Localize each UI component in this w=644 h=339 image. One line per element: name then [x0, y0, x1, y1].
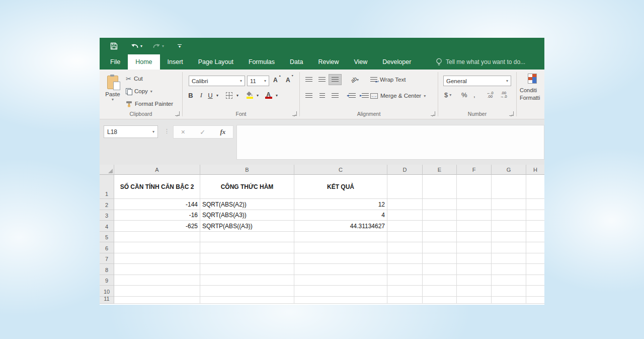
- cell-F6[interactable]: [457, 242, 492, 253]
- decrease-font-size-button[interactable]: A▾: [286, 75, 290, 86]
- underline-dropdown-caret[interactable]: ▾: [215, 90, 220, 101]
- row-header-11[interactable]: 11: [100, 297, 114, 304]
- cell-H8[interactable]: [526, 264, 544, 275]
- row-header-6[interactable]: 6: [100, 242, 114, 253]
- cell-D8[interactable]: [387, 264, 423, 275]
- cell-A10[interactable]: [114, 286, 200, 297]
- merge-center-button[interactable]: →← Merge & Center ▾: [370, 91, 426, 101]
- cell-G2[interactable]: [492, 199, 526, 210]
- cell-D7[interactable]: [387, 253, 423, 264]
- cell-B2[interactable]: SQRT(ABS(A2)): [200, 199, 294, 210]
- cell-E8[interactable]: [423, 264, 457, 275]
- save-button[interactable]: [110, 40, 118, 52]
- enter-button[interactable]: ✓: [200, 128, 205, 136]
- row-header-7[interactable]: 7: [100, 253, 114, 264]
- paste-button[interactable]: Paste ▾: [103, 75, 122, 109]
- font-size-combo[interactable]: 11 ▾: [247, 76, 269, 86]
- row-header-4[interactable]: 4: [100, 221, 114, 232]
- select-all-corner[interactable]: [100, 165, 114, 175]
- tab-file[interactable]: File: [103, 54, 128, 70]
- undo-button[interactable]: ▾: [131, 40, 142, 52]
- accounting-format-button[interactable]: $ ▾: [444, 90, 451, 100]
- increase-indent-button[interactable]: ▸: [359, 91, 371, 101]
- name-box[interactable]: L18 ▾: [104, 125, 158, 138]
- cell-C1[interactable]: KẾT QUẢ: [294, 175, 387, 199]
- cell-B3[interactable]: SQRT(ABS(A3)): [200, 210, 294, 221]
- formula-input[interactable]: [236, 125, 544, 160]
- cell-H6[interactable]: [526, 242, 544, 253]
- cell-F11[interactable]: [457, 297, 492, 304]
- cell-B4[interactable]: SQRTP(ABS((A3)): [200, 221, 294, 232]
- name-box-caret[interactable]: ▾: [152, 129, 154, 134]
- cell-C8[interactable]: [294, 264, 387, 275]
- number-dialog-launcher-icon[interactable]: [509, 111, 514, 116]
- borders-dropdown-caret[interactable]: ▾: [235, 90, 240, 101]
- cell-E5[interactable]: [423, 232, 457, 242]
- cell-E4[interactable]: [423, 221, 457, 232]
- redo-button[interactable]: ▾: [152, 40, 164, 52]
- cell-H4[interactable]: [526, 221, 544, 232]
- italic-button[interactable]: I: [198, 90, 205, 101]
- decrease-decimal-button[interactable]: .00 →.0: [500, 90, 507, 100]
- cell-C6[interactable]: [294, 242, 387, 253]
- fill-color-button[interactable]: [245, 90, 254, 101]
- font-color-dropdown-caret[interactable]: ▾: [274, 90, 279, 101]
- undo-dropdown-caret[interactable]: ▾: [140, 44, 142, 48]
- cell-D5[interactable]: [387, 232, 423, 242]
- cell-E7[interactable]: [423, 253, 457, 264]
- cell-D3[interactable]: [387, 210, 423, 221]
- row-header-2[interactable]: 2: [100, 199, 114, 210]
- cell-C3[interactable]: 4: [294, 210, 387, 221]
- cell-G1[interactable]: [492, 175, 526, 199]
- cell-C5[interactable]: [294, 232, 387, 242]
- cell-D10[interactable]: [387, 286, 423, 297]
- row-header-1[interactable]: 1: [100, 175, 114, 199]
- cell-G7[interactable]: [492, 253, 526, 264]
- cell-G3[interactable]: [492, 210, 526, 221]
- cell-B8[interactable]: [200, 264, 294, 275]
- cell-A8[interactable]: [114, 264, 200, 275]
- cell-F3[interactable]: [457, 210, 492, 221]
- tab-view[interactable]: View: [346, 54, 375, 70]
- cell-B5[interactable]: [200, 232, 294, 242]
- cell-C9[interactable]: [294, 275, 387, 286]
- row-header-10[interactable]: 10: [100, 286, 114, 297]
- top-align-button[interactable]: [303, 75, 315, 85]
- increase-decimal-button[interactable]: ←.0 .00: [487, 90, 494, 100]
- align-center-button[interactable]: [316, 91, 328, 101]
- cell-H1[interactable]: [526, 175, 544, 199]
- number-format-combo[interactable]: General ▾: [443, 76, 511, 86]
- cell-A11[interactable]: [114, 297, 200, 304]
- cell-H5[interactable]: [526, 232, 544, 242]
- bold-button[interactable]: B: [187, 90, 195, 101]
- format-painter-button[interactable]: Format Painter: [126, 99, 173, 109]
- wrap-text-button[interactable]: ↩ Wrap Text: [370, 75, 406, 85]
- cell-E2[interactable]: [423, 199, 457, 210]
- paste-dropdown-caret[interactable]: ▾: [112, 97, 114, 102]
- cell-F1[interactable]: [457, 175, 492, 199]
- tab-review[interactable]: Review: [310, 54, 346, 70]
- cell-D6[interactable]: [387, 242, 423, 253]
- cell-H9[interactable]: [526, 275, 544, 286]
- cell-E1[interactable]: [423, 175, 457, 199]
- column-header-B[interactable]: B: [200, 165, 294, 175]
- cell-E11[interactable]: [423, 297, 457, 304]
- cell-C2[interactable]: 12: [294, 199, 387, 210]
- underline-button[interactable]: U: [207, 90, 214, 101]
- cell-H7[interactable]: [526, 253, 544, 264]
- cell-E9[interactable]: [423, 275, 457, 286]
- cell-B6[interactable]: [200, 242, 294, 253]
- cell-H3[interactable]: [526, 210, 544, 221]
- cell-B10[interactable]: [200, 286, 294, 297]
- cell-D11[interactable]: [387, 297, 423, 304]
- column-header-H[interactable]: H: [526, 165, 544, 175]
- font-dialog-launcher-icon[interactable]: [292, 111, 297, 116]
- row-header-9[interactable]: 9: [100, 275, 114, 286]
- row-header-8[interactable]: 8: [100, 264, 114, 275]
- cell-B1[interactable]: CÔNG THỨC HÀM: [200, 175, 294, 199]
- cell-A6[interactable]: [114, 242, 200, 253]
- cell-F8[interactable]: [457, 264, 492, 275]
- cell-B11[interactable]: [200, 297, 294, 304]
- column-header-E[interactable]: E: [423, 165, 457, 175]
- cell-A4[interactable]: -625: [114, 221, 200, 232]
